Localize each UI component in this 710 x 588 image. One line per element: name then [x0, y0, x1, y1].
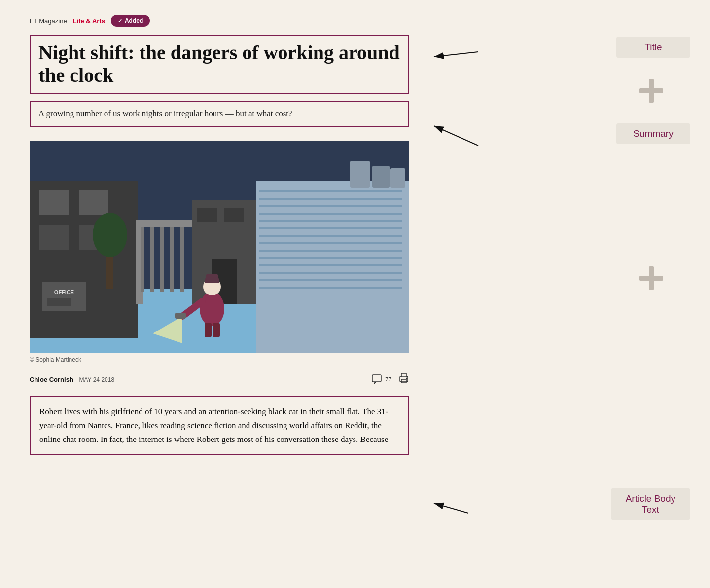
svg-rect-49 — [372, 166, 390, 188]
svg-rect-40 — [206, 274, 218, 280]
added-badge[interactable]: ✓ Added — [111, 15, 150, 27]
print-button[interactable] — [398, 373, 409, 386]
svg-rect-32 — [259, 257, 402, 259]
svg-rect-4 — [79, 190, 108, 215]
plus-icon-2 — [639, 266, 663, 292]
summary-annotation: Summary — [616, 123, 690, 144]
article-actions: 77 — [372, 373, 409, 386]
svg-rect-28 — [259, 227, 402, 229]
summary-box: A growing number of us work nights or ir… — [30, 101, 409, 127]
svg-rect-12 — [136, 220, 195, 227]
svg-rect-51 — [372, 375, 381, 382]
svg-text:OFFICE: OFFICE — [54, 289, 74, 295]
image-caption: © Sophia Martineck — [30, 356, 409, 363]
comment-button[interactable]: 77 — [372, 374, 391, 384]
life-arts-link[interactable]: Life & Arts — [73, 17, 105, 25]
title-annotation: Title — [616, 37, 690, 58]
title-annotation-label: Title — [616, 37, 690, 58]
svg-rect-24 — [259, 198, 402, 200]
svg-rect-53 — [401, 373, 406, 377]
svg-rect-27 — [259, 220, 402, 222]
svg-rect-5 — [39, 225, 69, 250]
svg-rect-15 — [160, 227, 164, 292]
svg-rect-29 — [259, 235, 402, 237]
summary-annotation-label: Summary — [616, 123, 690, 144]
plus-symbol-2 — [639, 266, 663, 290]
svg-rect-7 — [42, 282, 86, 311]
ft-magazine-label: FT Magazine — [30, 17, 67, 25]
svg-text:----: ---- — [57, 300, 62, 305]
svg-point-55 — [406, 377, 408, 379]
svg-rect-13 — [141, 227, 144, 292]
svg-rect-25 — [259, 205, 402, 207]
svg-rect-20 — [224, 208, 244, 222]
plus-symbol-1 — [639, 79, 663, 103]
author-info: Chloe Cornish MAY 24 2018 — [30, 376, 114, 383]
svg-rect-42 — [205, 323, 212, 337]
svg-point-37 — [200, 292, 224, 326]
svg-rect-54 — [401, 379, 406, 383]
svg-rect-48 — [350, 161, 370, 188]
print-icon — [398, 373, 409, 384]
body-annotation: Article Body Text — [611, 488, 690, 520]
body-box: Robert lives with his girlfriend of 10 y… — [30, 396, 409, 455]
comment-icon — [372, 374, 383, 384]
author-name: Chloe Cornish — [30, 376, 73, 383]
svg-rect-36 — [259, 287, 402, 289]
svg-rect-45 — [175, 313, 186, 319]
svg-rect-23 — [259, 190, 402, 192]
article-summary: A growing number of us work nights or ir… — [38, 108, 400, 120]
annotation-panel: Title Summary Article Body Text — [429, 0, 710, 588]
svg-rect-33 — [259, 264, 402, 266]
article-meta-top: FT Magazine Life & Arts ✓ Added — [30, 15, 409, 27]
author-row: Chloe Cornish MAY 24 2018 77 — [30, 373, 409, 386]
title-box: Night shift: the dangers of working arou… — [30, 35, 409, 94]
added-label: Added — [125, 17, 143, 24]
article-body-text: Robert lives with his girlfriend of 10 y… — [39, 405, 399, 446]
article-date: MAY 24 2018 — [79, 376, 114, 383]
comment-count: 77 — [385, 375, 391, 383]
svg-rect-3 — [39, 190, 69, 215]
article-image-container: OFFICE ---- — [30, 141, 409, 363]
svg-point-47 — [93, 213, 127, 257]
checkmark-icon: ✓ — [118, 18, 122, 24]
svg-rect-19 — [197, 208, 217, 222]
svg-rect-34 — [259, 272, 402, 274]
plus-icon-1 — [639, 79, 663, 105]
svg-rect-43 — [213, 323, 220, 337]
svg-rect-50 — [390, 168, 405, 188]
svg-rect-31 — [259, 250, 402, 252]
article-image: OFFICE ---- — [30, 141, 409, 353]
article-title: Night shift: the dangers of working arou… — [38, 41, 400, 87]
svg-rect-17 — [180, 227, 184, 292]
svg-rect-16 — [170, 227, 174, 292]
svg-rect-26 — [259, 213, 402, 215]
svg-rect-30 — [259, 242, 402, 244]
body-annotation-label: Article Body Text — [611, 488, 690, 520]
svg-rect-14 — [150, 227, 154, 292]
svg-rect-35 — [259, 279, 402, 281]
